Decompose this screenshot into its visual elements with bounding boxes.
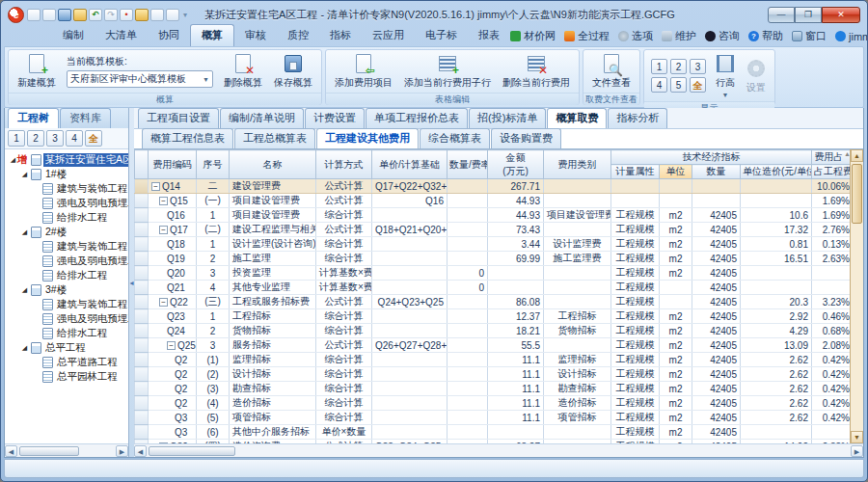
cell-method[interactable]: 公式计算 bbox=[316, 440, 372, 444]
cell-attr[interactable] bbox=[611, 179, 660, 194]
tab-招(投)标清单[interactable]: 招(投)标清单 bbox=[469, 108, 546, 128]
tree-node[interactable]: ◢增某拆迁安置住宅A区工程 bbox=[7, 152, 128, 167]
cell-category[interactable] bbox=[544, 179, 611, 194]
cell-attr[interactable]: 工程规模 bbox=[611, 411, 660, 425]
tree-level-button-4[interactable]: 4 bbox=[66, 130, 83, 147]
cell-pct[interactable]: 3.23% bbox=[812, 295, 851, 309]
tree-level-button-3[interactable]: 3 bbox=[46, 130, 64, 147]
cell-category[interactable]: 监理招标 bbox=[544, 353, 611, 367]
cell-method[interactable]: 公式计算 bbox=[316, 338, 372, 353]
tree-node[interactable]: 建筑与装饰工程 bbox=[7, 297, 128, 311]
save-budget-button[interactable]: 保存概算 bbox=[270, 52, 316, 91]
menu-item-咨询[interactable]: 咨询 bbox=[705, 29, 740, 43]
cell-category[interactable]: 施工监理费 bbox=[544, 252, 611, 266]
cell-pct[interactable]: 2.08% bbox=[812, 338, 851, 353]
row-selector-cell[interactable] bbox=[135, 309, 149, 324]
cell-qty[interactable]: 42405 bbox=[692, 396, 741, 411]
cell-category[interactable] bbox=[544, 338, 611, 353]
cell-pct[interactable]: 2.76% bbox=[812, 223, 851, 237]
cell-name[interactable]: 设计监理(设计咨询) bbox=[230, 237, 316, 252]
cell-basis[interactable]: Q16 bbox=[372, 194, 448, 208]
cell-attr[interactable]: 工程规模 bbox=[611, 324, 660, 338]
cell-attr[interactable] bbox=[611, 194, 660, 208]
cell-amount[interactable]: 11.1 bbox=[488, 367, 544, 382]
cell-amount[interactable]: 86.08 bbox=[488, 295, 544, 309]
cell-code[interactable]: −Q17 bbox=[149, 223, 197, 237]
scrollbar-thumb[interactable] bbox=[149, 446, 235, 456]
cell-attr[interactable]: 工程规模 bbox=[611, 266, 660, 281]
mail-icon[interactable] bbox=[150, 9, 164, 21]
collapse-icon[interactable]: − bbox=[159, 442, 168, 444]
cell-basis[interactable] bbox=[372, 367, 448, 382]
cell-pct[interactable]: 0.42% bbox=[812, 396, 851, 411]
cell-qty[interactable]: 42405 bbox=[692, 252, 741, 266]
collapse-icon[interactable]: − bbox=[167, 341, 176, 350]
scrollbar-thumb[interactable] bbox=[19, 446, 79, 456]
table-row[interactable]: −Q17(二)建设工程监理与相关服.公式计算Q18+Q21+Q20+Q1973.… bbox=[135, 223, 851, 237]
tab-工程项目设置[interactable]: 工程项目设置 bbox=[138, 108, 219, 128]
row-selector-cell[interactable] bbox=[135, 237, 149, 252]
tree-node[interactable]: 强电及弱电预埋工程 bbox=[7, 196, 128, 210]
cell-name[interactable]: 工程或服务招标费 bbox=[230, 295, 316, 309]
cell-attr[interactable]: 工程规模 bbox=[611, 338, 660, 353]
cell-pct[interactable]: 1.69% bbox=[812, 194, 851, 208]
cell-rate[interactable] bbox=[448, 338, 488, 353]
ribbon-tab-编制[interactable]: 编制 bbox=[52, 25, 95, 46]
table-row[interactable]: Q203投资监理计算基数×费0工程规模m242405 bbox=[135, 266, 851, 281]
cell-code[interactable]: −Q15 bbox=[149, 194, 197, 208]
cell-qty[interactable]: 42405 bbox=[692, 353, 741, 367]
menu-item-维护[interactable]: 维护 bbox=[662, 29, 696, 43]
cell-basis[interactable] bbox=[372, 252, 448, 266]
row-selector-cell[interactable] bbox=[135, 252, 149, 266]
cell-pct[interactable] bbox=[812, 266, 851, 281]
tree-expander-icon[interactable]: ◢ bbox=[20, 286, 29, 294]
cell-unitcost[interactable]: 0.81 bbox=[741, 237, 812, 252]
table-row[interactable]: Q2(4)造价招标综合计算11.1造价招标工程规模m2424052.620.42… bbox=[135, 396, 851, 411]
save-icon[interactable] bbox=[58, 9, 71, 21]
cell-basis[interactable] bbox=[372, 281, 448, 295]
cell-amount[interactable]: 63.27 bbox=[488, 440, 544, 444]
tab-计费设置[interactable]: 计费设置 bbox=[305, 108, 365, 128]
cell-qty[interactable]: 42405 bbox=[692, 208, 741, 223]
ribbon-tab-指标[interactable]: 指标 bbox=[319, 25, 362, 46]
cell-attr[interactable]: 工程规模 bbox=[611, 281, 660, 295]
table-row[interactable]: −Q14二建设管理费公式计算Q17+Q22+Q32+Q15267.7110.06… bbox=[135, 179, 851, 194]
ribbon-tab-协同[interactable]: 协同 bbox=[148, 25, 190, 46]
cell-qty[interactable]: 42405 bbox=[692, 237, 741, 252]
cell-unit[interactable]: m2 bbox=[660, 324, 692, 338]
cell-code[interactable]: −Q32 bbox=[149, 440, 197, 444]
cell-rate[interactable] bbox=[448, 237, 488, 252]
row-selector-cell[interactable] bbox=[135, 295, 149, 309]
scroll-right-icon[interactable]: ▶ bbox=[851, 445, 863, 457]
ribbon-tab-电子标[interactable]: 电子标 bbox=[415, 25, 468, 46]
cell-unit[interactable]: m2 bbox=[660, 237, 692, 252]
cell-attr[interactable]: 工程规模 bbox=[611, 237, 660, 252]
cell-rate[interactable] bbox=[448, 309, 488, 324]
table-row[interactable]: Q242货物招标综合计算18.21货物招标工程规模m2424054.290.68… bbox=[135, 324, 851, 338]
cell-seq[interactable]: (二) bbox=[197, 223, 230, 237]
tree-node[interactable]: 给排水工程 bbox=[7, 326, 128, 340]
cell-basis[interactable] bbox=[372, 266, 448, 281]
level-button-1[interactable]: 1 bbox=[651, 59, 667, 74]
cell-code[interactable]: Q3 bbox=[149, 411, 197, 425]
cell-unit[interactable]: m2 bbox=[660, 382, 692, 396]
cell-pct[interactable]: 0.46% bbox=[812, 309, 851, 324]
cell-amount[interactable]: 73.43 bbox=[488, 223, 544, 237]
row-selector-cell[interactable] bbox=[135, 382, 149, 396]
left-tab-资料库[interactable]: 资料库 bbox=[60, 108, 111, 128]
cell-name[interactable]: 投资监理 bbox=[230, 266, 316, 281]
cell-rate[interactable] bbox=[448, 252, 488, 266]
cell-rate[interactable] bbox=[448, 440, 488, 444]
cell-unit[interactable] bbox=[660, 281, 692, 295]
cell-unitcost[interactable]: 2.62 bbox=[741, 353, 812, 367]
cell-unit[interactable]: m2 bbox=[660, 208, 692, 223]
print-icon[interactable] bbox=[42, 9, 56, 21]
cell-basis[interactable] bbox=[372, 353, 448, 367]
tree-level-button-1[interactable]: 1 bbox=[8, 130, 25, 147]
cell-unitcost[interactable] bbox=[741, 425, 812, 440]
file-view-button[interactable]: 🔍 文件查看 bbox=[588, 52, 635, 91]
table-row[interactable]: Q2(1)监理招标综合计算11.1监理招标工程规模m2424052.620.42… bbox=[135, 353, 851, 367]
cell-seq[interactable]: 1 bbox=[197, 208, 230, 223]
row-selector-cell[interactable] bbox=[135, 353, 149, 367]
cell-qty[interactable] bbox=[692, 179, 741, 194]
